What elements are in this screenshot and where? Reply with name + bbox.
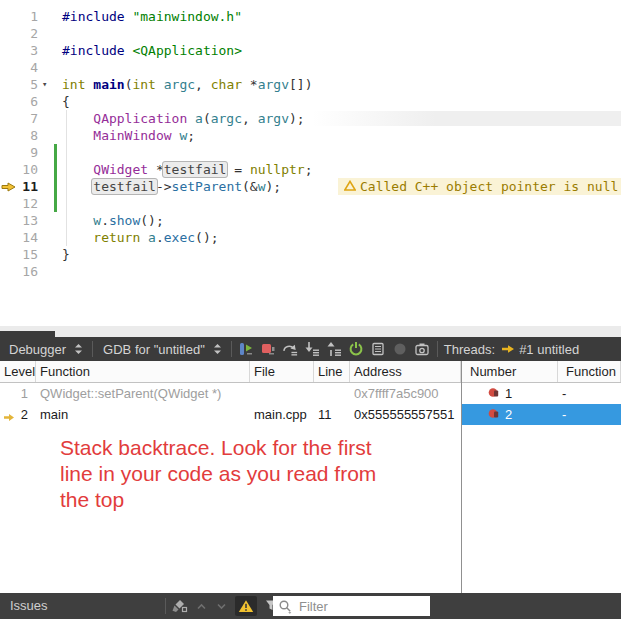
down-icon[interactable]	[215, 600, 228, 613]
code-line[interactable]: 15}	[0, 246, 621, 263]
line-number[interactable]: 10	[0, 161, 38, 178]
thread-function: -	[558, 407, 621, 422]
code-line[interactable]: 16	[0, 263, 621, 280]
code-line[interactable]: 4	[0, 59, 621, 76]
line-number[interactable]: 11	[0, 178, 38, 195]
line-number[interactable]: 9	[0, 144, 38, 161]
code-text: int main(int argc, char *argv[])	[62, 76, 313, 93]
line-number[interactable]: 15	[0, 246, 38, 263]
toolbar-separator	[231, 341, 232, 357]
line-number[interactable]: 2	[0, 25, 38, 42]
up-icon[interactable]	[195, 600, 208, 613]
column-header: Function	[558, 361, 621, 382]
code-line[interactable]: 7 QApplication a(argc, argv);	[0, 110, 621, 127]
column-header: File	[250, 361, 314, 382]
annotation-note-line: line in your code as you read from	[60, 461, 376, 487]
stack-frame-row[interactable]: 1QWidget::setParent(QWidget *)0x7ffff7a5…	[0, 383, 461, 404]
token: #include	[62, 43, 132, 58]
code-line[interactable]: 9	[0, 144, 621, 161]
code-text: #include <QApplication>	[62, 42, 242, 59]
token	[187, 111, 195, 126]
thread-arrow-icon	[501, 344, 515, 354]
code-line[interactable]: 6{	[0, 93, 621, 110]
pane-strip	[0, 326, 621, 337]
line-number[interactable]: 4	[0, 59, 38, 76]
token: argv	[258, 77, 289, 92]
line-number[interactable]: 14	[0, 229, 38, 246]
stack-frame-row[interactable]: 2mainmain.cpp110x555555557551	[0, 404, 461, 425]
code-line[interactable]: 3#include <QApplication>	[0, 42, 621, 59]
restart-icon[interactable]	[348, 340, 365, 358]
code-line[interactable]: 11 testfail->setParent(&w);Called C++ ob…	[0, 178, 621, 195]
line-number[interactable]: 13	[0, 212, 38, 229]
debug-views: LevelFunctionFileLineAddress 1QWidget::s…	[0, 361, 621, 593]
token: (&	[242, 179, 258, 194]
token	[62, 111, 93, 126]
debugger-engine-select[interactable]: Debugger	[0, 342, 86, 357]
log-icon[interactable]	[370, 340, 387, 358]
change-indicator	[54, 195, 57, 212]
step-out-icon[interactable]	[326, 340, 343, 358]
token	[140, 230, 148, 245]
debugger-session-select[interactable]: GDB for "untitled"	[99, 342, 225, 357]
token: );	[289, 111, 305, 126]
clean-icon[interactable]	[171, 598, 188, 614]
thread-function: -	[558, 386, 621, 401]
debugger-toolbar: Debugger GDB for "untitled" Threads: #1 …	[0, 337, 621, 361]
frame-line: 11	[314, 407, 350, 422]
code-editor[interactable]: 1#include "mainwindow.h"23#include <QApp…	[0, 0, 621, 326]
debugger-engine-label: Debugger	[0, 342, 71, 357]
toolbar-separator	[437, 341, 438, 357]
token: setParent	[172, 179, 242, 194]
frame-function: QWidget::setParent(QWidget *)	[36, 386, 250, 401]
step-into-icon[interactable]	[304, 340, 321, 358]
code-line[interactable]: 2	[0, 25, 621, 42]
token: QWidget	[93, 162, 148, 177]
token: argc	[211, 111, 242, 126]
token: .	[101, 213, 109, 228]
issues-pane-button[interactable]: Issues	[10, 593, 48, 619]
snapshot-icon[interactable]	[414, 340, 431, 358]
code-line[interactable]: 1#include "mainwindow.h"	[0, 8, 621, 25]
search-icon	[278, 599, 293, 614]
code-text: QApplication a(argc, argv);	[62, 110, 305, 127]
token: [])	[289, 77, 312, 92]
line-number[interactable]: 12	[0, 195, 38, 212]
token: ();	[140, 213, 163, 228]
thread-row[interactable]: 1-	[462, 383, 621, 404]
token	[156, 77, 164, 92]
interrupt-icon[interactable]	[238, 340, 255, 358]
line-number[interactable]: 6	[0, 93, 38, 110]
token: ();	[195, 230, 218, 245]
code-line[interactable]: 12	[0, 195, 621, 212]
step-over-icon[interactable]	[282, 340, 299, 358]
code-text: testfail->setParent(&w);	[62, 178, 281, 195]
code-line[interactable]: 5▾int main(int argc, char *argv[])	[0, 76, 621, 93]
thread-row[interactable]: 2-	[462, 404, 621, 425]
token: a	[195, 111, 203, 126]
line-number[interactable]: 7	[0, 110, 38, 127]
warning-filter-icon[interactable]	[235, 596, 257, 616]
fold-marker-icon[interactable]: ▾	[42, 76, 54, 93]
token: argv	[258, 111, 289, 126]
code-line[interactable]: 8 MainWindow w;	[0, 127, 621, 144]
thread-select[interactable]: #1 untitled	[519, 342, 579, 357]
record-icon[interactable]	[392, 340, 409, 358]
column-header: Line	[314, 361, 350, 382]
filter-input[interactable]	[297, 598, 416, 615]
exit-debugger-icon[interactable]	[260, 340, 277, 358]
code-line[interactable]: 14 return a.exec();	[0, 229, 621, 246]
line-number[interactable]: 3	[0, 42, 38, 59]
token: ,	[195, 77, 211, 92]
token: MainWindow	[93, 128, 171, 143]
thread-number: 2	[462, 407, 558, 422]
line-number[interactable]: 16	[0, 263, 38, 280]
line-number[interactable]: 8	[0, 127, 38, 144]
token	[62, 213, 93, 228]
line-number[interactable]: 1	[0, 8, 38, 25]
code-line[interactable]: 10 QWidget *testfail = nullptr;	[0, 161, 621, 178]
column-header: Address	[350, 361, 461, 382]
frame-level: 1	[0, 386, 36, 401]
code-line[interactable]: 13 w.show();	[0, 212, 621, 229]
line-number[interactable]: 5	[0, 76, 38, 93]
